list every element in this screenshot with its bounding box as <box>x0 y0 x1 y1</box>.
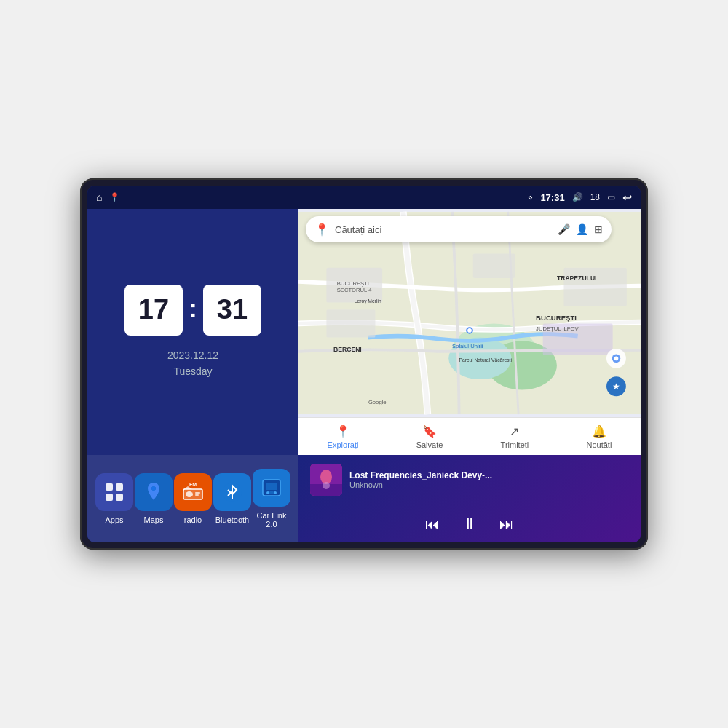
svg-rect-5 <box>186 491 193 497</box>
map-area[interactable]: TRAPEZULUI BUCUREȘTI JUDEȚUL ILFOV BERCE… <box>298 209 641 417</box>
svg-text:Parcul Natural Văcărești: Parcul Natural Văcărești <box>459 357 513 363</box>
map-search-pin-icon: 📍 <box>314 223 329 237</box>
map-nav-explore[interactable]: 📍 Explorați <box>328 424 359 449</box>
status-right-area: ⋄ 17:31 🔊 18 ▭ ↩ <box>528 191 632 205</box>
music-thumbnail-art <box>310 464 342 496</box>
news-icon: 🔔 <box>592 424 606 438</box>
location-icon: ⋄ <box>528 193 533 202</box>
app-dock: Apps Maps <box>87 455 298 542</box>
svg-rect-21 <box>473 253 515 278</box>
clock-minute: 31 <box>203 285 261 336</box>
bluetooth-label: Bluetooth <box>215 515 249 524</box>
carlink-label: Car Link 2.0 <box>252 511 291 529</box>
mic-icon[interactable]: 🎤 <box>558 223 570 235</box>
svg-point-35 <box>467 328 472 333</box>
app-icon-bluetooth[interactable]: Bluetooth <box>213 473 252 524</box>
radio-label: radio <box>184 515 202 524</box>
clock-date-line1: 2023.12.12 <box>167 347 218 363</box>
music-artist: Unknown <box>349 480 629 489</box>
svg-point-38 <box>614 356 619 360</box>
music-play-button[interactable]: ⏸ <box>462 515 478 534</box>
carlink-icon-img <box>253 469 290 507</box>
map-search-text: Căutați aici <box>335 224 552 235</box>
apps-label: Apps <box>105 515 123 524</box>
svg-text:JUDEȚUL ILFOV: JUDEȚUL ILFOV <box>536 325 579 332</box>
svg-text:Splaiul Unirii: Splaiul Unirii <box>452 343 483 349</box>
main-content: 17 : 31 2023.12.12 Tuesday <box>87 209 641 542</box>
svg-rect-7 <box>195 494 199 496</box>
svg-text:SECTORUL 4: SECTORUL 4 <box>337 287 372 293</box>
explore-label: Explorați <box>328 440 359 449</box>
news-label: Noutăți <box>587 440 612 449</box>
map-search-right-icons: 🎤 👤 ⊞ <box>558 223 603 235</box>
map-search-bar[interactable]: 📍 Căutați aici 🎤 👤 ⊞ <box>306 216 612 242</box>
svg-text:Leroy Merlin: Leroy Merlin <box>355 298 381 304</box>
maps-status-icon[interactable]: 📍 <box>109 192 120 202</box>
map-nav-share[interactable]: ↗ Trimiteți <box>501 424 529 449</box>
svg-point-12 <box>266 491 269 494</box>
volume-icon: 🔊 <box>572 192 583 202</box>
svg-text:FM: FM <box>189 483 197 487</box>
grid-icon[interactable]: ⊞ <box>594 223 603 235</box>
bluetooth-icon-img <box>213 473 251 511</box>
clock-hour: 17 <box>124 285 183 336</box>
maps-label: Maps <box>144 515 164 524</box>
svg-point-44 <box>323 482 330 489</box>
left-panel: 17 : 31 2023.12.12 Tuesday <box>87 209 298 542</box>
clock-date-line2: Tuesday <box>167 363 218 379</box>
clock-display: 17 : 31 <box>124 285 261 336</box>
svg-text:Google: Google <box>368 399 387 405</box>
music-next-button[interactable]: ⏭ <box>499 516 514 533</box>
share-label: Trimiteți <box>501 440 529 449</box>
app-icon-carlink[interactable]: Car Link 2.0 <box>252 469 291 529</box>
apps-icon-img <box>95 473 133 511</box>
svg-text:BUCUREȘTI: BUCUREȘTI <box>536 314 577 322</box>
radio-icon-img: FM <box>174 473 212 511</box>
clock-colon: : <box>189 293 197 324</box>
music-info: Lost Frequencies_Janieck Devy-... Unknow… <box>310 464 629 496</box>
clock-date: 2023.12.12 Tuesday <box>167 347 218 380</box>
app-icon-apps[interactable]: Apps <box>95 473 134 524</box>
svg-text:TRAPEZULUI: TRAPEZULUI <box>557 274 597 282</box>
music-prev-button[interactable]: ⏮ <box>425 516 440 533</box>
svg-text:BUCUREȘTI: BUCUREȘTI <box>337 280 369 287</box>
svg-rect-11 <box>266 483 277 490</box>
battery-icon: ▭ <box>607 192 615 202</box>
app-icon-maps[interactable]: Maps <box>134 473 173 524</box>
explore-icon: 📍 <box>336 424 350 438</box>
svg-rect-22 <box>563 268 626 306</box>
device-frame: ⌂ 📍 ⋄ 17:31 🔊 18 ▭ ↩ 17 : <box>80 178 648 550</box>
map-nav-news[interactable]: 🔔 Noutăți <box>587 424 612 449</box>
saved-label: Salvate <box>416 440 443 449</box>
home-icon[interactable]: ⌂ <box>96 191 102 203</box>
device-screen: ⌂ 📍 ⋄ 17:31 🔊 18 ▭ ↩ 17 : <box>87 186 641 542</box>
music-controls: ⏮ ⏸ ⏭ <box>310 515 629 534</box>
status-left-icons: ⌂ 📍 <box>96 191 120 203</box>
status-bar: ⌂ 📍 ⋄ 17:31 🔊 18 ▭ ↩ <box>87 186 641 209</box>
music-title: Lost Frequencies_Janieck Devy-... <box>349 470 629 480</box>
svg-text:★: ★ <box>612 383 620 392</box>
svg-rect-3 <box>116 494 123 501</box>
share-icon: ↗ <box>510 424 519 438</box>
clock-widget: 17 : 31 2023.12.12 Tuesday <box>87 209 298 455</box>
svg-rect-1 <box>116 483 123 491</box>
svg-rect-6 <box>195 492 200 494</box>
signal-bars: 18 <box>590 192 600 202</box>
svg-rect-20 <box>326 309 375 337</box>
music-thumbnail <box>310 464 342 496</box>
map-nav-saved[interactable]: 🔖 Salvate <box>416 424 443 449</box>
map-nav-bar: 📍 Explorați 🔖 Salvate ↗ Trimiteți 🔔 Nout… <box>298 417 641 455</box>
account-icon[interactable]: 👤 <box>576 223 588 235</box>
music-text: Lost Frequencies_Janieck Devy-... Unknow… <box>349 470 629 489</box>
back-icon[interactable]: ↩ <box>622 191 632 205</box>
saved-icon: 🔖 <box>422 424 437 438</box>
svg-rect-2 <box>106 494 113 501</box>
svg-rect-14 <box>269 491 274 494</box>
right-panel: TRAPEZULUI BUCUREȘTI JUDEȚUL ILFOV BERCE… <box>298 209 641 542</box>
music-player: Lost Frequencies_Janieck Devy-... Unknow… <box>298 455 641 542</box>
maps-icon-img <box>135 473 173 511</box>
svg-rect-0 <box>106 483 113 491</box>
svg-point-13 <box>274 491 277 494</box>
svg-text:BERCENI: BERCENI <box>333 346 362 353</box>
app-icon-radio[interactable]: FM radio <box>173 473 213 524</box>
